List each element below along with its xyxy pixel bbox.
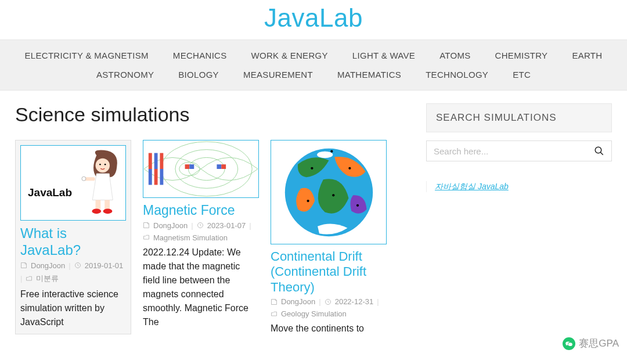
post-thumbnail: JavaLab bbox=[20, 145, 126, 221]
svg-rect-14 bbox=[149, 153, 152, 169]
post-excerpt: Move the continents to bbox=[271, 322, 387, 336]
post-author: DongJoon bbox=[31, 261, 65, 270]
clock-icon bbox=[325, 298, 331, 305]
post-title[interactable]: What is JavaLab? bbox=[20, 225, 126, 259]
svg-point-34 bbox=[595, 147, 601, 153]
author-icon bbox=[20, 262, 27, 269]
folder-icon bbox=[143, 234, 150, 241]
svg-rect-18 bbox=[160, 153, 163, 169]
post-excerpt: 2022.12.24 Update: We made that the magn… bbox=[143, 246, 259, 329]
page-title: Science simulations bbox=[15, 103, 412, 126]
post-meta: DongJoon | 2019-01-01 | 미분류 bbox=[20, 261, 126, 284]
svg-point-1 bbox=[99, 164, 101, 165]
site-title[interactable]: JavaLab bbox=[0, 3, 627, 33]
post-category[interactable]: 미분류 bbox=[36, 273, 59, 284]
main-content: Science simulations bbox=[0, 91, 627, 348]
post-date: 2022-12-31 bbox=[335, 297, 374, 306]
sidebar-external-link[interactable]: 자바실험실 JavaLab bbox=[435, 182, 509, 191]
nav-item[interactable]: ELECTRICITY & MAGNETISM bbox=[25, 51, 149, 60]
watermark-text: 赛思GPA bbox=[579, 337, 619, 348]
post-thumbnail bbox=[271, 140, 387, 244]
main-nav: ELECTRICITY & MAGNETISM MECHANICS WORK &… bbox=[0, 39, 627, 91]
svg-point-2 bbox=[105, 164, 106, 165]
svg-point-29 bbox=[330, 150, 333, 152]
svg-rect-19 bbox=[160, 169, 163, 185]
svg-point-32 bbox=[348, 167, 351, 169]
nav-item[interactable]: TECHNOLOGY bbox=[426, 70, 488, 80]
nav-item[interactable]: EARTH bbox=[572, 51, 602, 60]
post-card[interactable]: Magnetic Force DongJoon | 2023-01-07 | M… bbox=[143, 140, 259, 329]
svg-rect-16 bbox=[154, 153, 158, 169]
sidebar: SEARCH SIMULATIONS 자바실험실 JavaLab bbox=[426, 103, 612, 336]
svg-rect-20 bbox=[185, 164, 190, 169]
nav-item[interactable]: CHEMISTRY bbox=[495, 51, 548, 60]
svg-rect-22 bbox=[217, 164, 221, 169]
nav-item[interactable]: MECHANICS bbox=[173, 51, 227, 60]
nav-item[interactable]: ETC bbox=[513, 70, 531, 80]
girl-illustration-icon bbox=[81, 149, 122, 215]
svg-point-0 bbox=[96, 158, 110, 173]
svg-point-27 bbox=[307, 199, 309, 201]
watermark: 赛思GPA bbox=[563, 337, 619, 348]
magnet-field-icon bbox=[143, 140, 258, 197]
nav-item[interactable]: ATOMS bbox=[439, 51, 470, 60]
svg-rect-17 bbox=[154, 169, 158, 185]
svg-line-35 bbox=[600, 152, 603, 155]
svg-point-28 bbox=[332, 194, 334, 196]
svg-rect-15 bbox=[149, 169, 152, 185]
post-author: DongJoon bbox=[281, 297, 315, 306]
svg-rect-6 bbox=[105, 200, 110, 210]
svg-rect-21 bbox=[189, 164, 194, 169]
nav-item[interactable]: ASTRONOMY bbox=[96, 70, 154, 80]
folder-icon bbox=[271, 311, 278, 318]
nav-item[interactable]: BIOLOGY bbox=[178, 70, 219, 80]
post-category[interactable]: Geology Simulation bbox=[281, 309, 347, 318]
nav-row-2: ASTRONOMY BIOLOGY MEASUREMENT MATHEMATIC… bbox=[0, 65, 627, 84]
svg-point-4 bbox=[82, 176, 86, 181]
nav-item[interactable]: LIGHT & WAVE bbox=[352, 51, 415, 60]
folder-icon bbox=[26, 275, 33, 282]
post-date: 2023-01-07 bbox=[207, 221, 246, 230]
post-date: 2019-01-01 bbox=[85, 261, 124, 270]
card-grid: JavaLab What is JavaLab? DongJoon | 2019… bbox=[15, 140, 412, 336]
svg-point-36 bbox=[568, 343, 572, 346]
post-category[interactable]: Magnetism Simulation bbox=[153, 233, 228, 242]
nav-row-1: ELECTRICITY & MAGNETISM MECHANICS WORK &… bbox=[0, 46, 627, 65]
nav-item[interactable]: MATHEMATICS bbox=[337, 70, 401, 80]
wechat-icon bbox=[563, 337, 575, 349]
svg-point-8 bbox=[103, 208, 113, 214]
svg-point-11 bbox=[175, 150, 238, 189]
sidebar-link-block: 자바실험실 JavaLab bbox=[426, 181, 612, 192]
content-column: Science simulations bbox=[15, 103, 412, 336]
svg-rect-5 bbox=[96, 200, 101, 210]
svg-point-7 bbox=[92, 208, 101, 214]
post-title[interactable]: Continental Drift (Continental Drift The… bbox=[271, 249, 387, 295]
clock-icon bbox=[74, 262, 81, 269]
globe-icon bbox=[281, 145, 377, 240]
post-card[interactable]: Continental Drift (Continental Drift The… bbox=[271, 140, 387, 336]
author-icon bbox=[271, 298, 278, 305]
svg-point-31 bbox=[311, 167, 313, 169]
svg-point-30 bbox=[356, 204, 358, 206]
search-input[interactable] bbox=[434, 146, 594, 156]
svg-point-26 bbox=[317, 151, 333, 158]
author-icon bbox=[143, 222, 150, 229]
post-card[interactable]: JavaLab What is JavaLab? DongJoon | 2019… bbox=[15, 140, 131, 334]
post-thumbnail bbox=[143, 140, 259, 198]
site-header: JavaLab bbox=[0, 0, 627, 39]
nav-item[interactable]: WORK & ENERGY bbox=[251, 51, 328, 60]
nav-item[interactable]: MEASUREMENT bbox=[243, 70, 313, 80]
post-author: DongJoon bbox=[153, 221, 188, 230]
post-meta: DongJoon | 2022-12-31 | Geology Simulati… bbox=[271, 297, 387, 318]
clock-icon bbox=[197, 222, 204, 229]
svg-rect-23 bbox=[221, 164, 226, 169]
post-title[interactable]: Magnetic Force bbox=[143, 203, 259, 219]
search-icon[interactable] bbox=[594, 146, 604, 156]
search-box[interactable] bbox=[426, 140, 612, 161]
thumbnail-label: JavaLab bbox=[28, 186, 72, 199]
post-meta: DongJoon | 2023-01-07 | Magnetism Simula… bbox=[143, 221, 259, 242]
search-widget-title: SEARCH SIMULATIONS bbox=[426, 103, 612, 132]
post-excerpt: Free interactive science simulation writ… bbox=[20, 287, 126, 329]
